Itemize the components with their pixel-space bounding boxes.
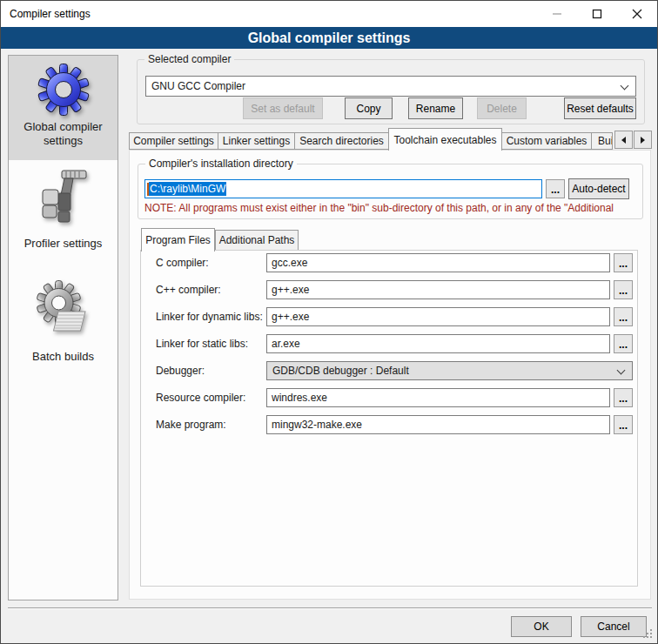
debugger-select[interactable]: GDB/CDB debugger : Default bbox=[266, 361, 633, 380]
auto-detect-button[interactable]: Auto-detect bbox=[568, 178, 629, 199]
maximize-icon bbox=[592, 9, 602, 19]
field-label-debugger: Debugger: bbox=[156, 365, 205, 377]
profiler-caliper-icon bbox=[36, 164, 91, 231]
titlebar: Compiler settings bbox=[1, 1, 657, 27]
browse-directory-button[interactable]: ... bbox=[546, 179, 565, 198]
linker-dynamic-browse-button[interactable]: ... bbox=[614, 307, 633, 326]
reset-defaults-button[interactable]: Reset defaults bbox=[564, 97, 636, 119]
installation-directory-value: C:\raylib\MinGW bbox=[149, 182, 226, 196]
tab-scroll-right-icon bbox=[641, 137, 645, 144]
make-program-input[interactable] bbox=[266, 415, 610, 434]
cpp-compiler-input[interactable] bbox=[266, 280, 610, 299]
tab-additional-paths[interactable]: Additional Paths bbox=[215, 230, 299, 251]
c-compiler-input[interactable] bbox=[266, 253, 610, 272]
sidebar-item-label: Batch builds bbox=[32, 350, 94, 364]
sidebar-item-batch-builds[interactable]: Batch builds bbox=[9, 275, 118, 366]
resource-compiler-browse-button[interactable]: ... bbox=[614, 388, 633, 407]
linker-static-input[interactable] bbox=[266, 334, 610, 353]
blue-gear-icon bbox=[36, 62, 91, 117]
rename-button[interactable]: Rename bbox=[408, 97, 463, 119]
minimize-button[interactable] bbox=[537, 1, 577, 27]
set-as-default-button: Set as default bbox=[243, 97, 323, 119]
field-label-make-program: Make program: bbox=[156, 419, 226, 431]
close-icon bbox=[632, 9, 642, 19]
window-title: Compiler settings bbox=[10, 1, 91, 27]
tab-scroll-left-button[interactable] bbox=[614, 131, 633, 149]
cpp-compiler-browse-button[interactable]: ... bbox=[614, 280, 633, 299]
footer-separator-highlight bbox=[8, 608, 652, 609]
tab-toolchain-executables[interactable]: Toolchain executables bbox=[388, 128, 502, 151]
resource-compiler-input[interactable] bbox=[266, 388, 610, 407]
linker-static-browse-button[interactable]: ... bbox=[614, 334, 633, 353]
make-program-browse-button[interactable]: ... bbox=[614, 415, 633, 434]
selected-compiler-group-label: Selected compiler bbox=[144, 53, 234, 65]
resize-grip[interactable] bbox=[650, 629, 652, 631]
field-label-linker-dynamic: Linker for dynamic libs: bbox=[156, 311, 263, 323]
close-button[interactable] bbox=[617, 1, 657, 27]
minimize-icon bbox=[552, 9, 562, 19]
dialog-header-title: Global compiler settings bbox=[248, 30, 411, 46]
sidebar-item-label: Global compiler settings bbox=[16, 120, 111, 148]
c-compiler-browse-button[interactable]: ... bbox=[614, 253, 633, 272]
dialog-header: Global compiler settings bbox=[1, 27, 657, 49]
field-label-cpp-compiler: C++ compiler: bbox=[156, 284, 221, 296]
chevron-down-icon bbox=[617, 366, 626, 375]
compiler-settings-dialog: Compiler settings Global compiler settin… bbox=[0, 0, 658, 644]
compiler-select-value: GNU GCC Compiler bbox=[151, 80, 245, 92]
sidebar-item-label: Profiler settings bbox=[24, 237, 103, 251]
tab-search-directories[interactable]: Search directories bbox=[294, 132, 389, 150]
tab-custom-variables[interactable]: Custom variables bbox=[501, 132, 592, 150]
linker-dynamic-input[interactable] bbox=[266, 307, 610, 326]
sidebar-item-global-compiler-settings[interactable]: Global compiler settings bbox=[9, 56, 118, 160]
installation-directory-input[interactable]: C:\raylib\MinGW bbox=[144, 179, 542, 198]
tab-scroll-right-button[interactable] bbox=[634, 131, 652, 149]
tab-compiler-settings[interactable]: Compiler settings bbox=[129, 132, 218, 150]
chevron-down-icon bbox=[621, 82, 629, 91]
installation-directory-group-label: Compiler's installation directory bbox=[145, 158, 297, 170]
field-label-resource-compiler: Resource compiler: bbox=[156, 392, 245, 404]
field-label-linker-static: Linker for static libs: bbox=[156, 338, 248, 350]
delete-button: Delete bbox=[477, 97, 527, 119]
debugger-select-value: GDB/CDB debugger : Default bbox=[272, 365, 409, 377]
field-label-c-compiler: C compiler: bbox=[156, 257, 209, 269]
settings-sidebar: Global compiler settings Profiler settin… bbox=[8, 55, 118, 600]
ok-button[interactable]: OK bbox=[511, 616, 572, 637]
note-text: NOTE: All programs must exist either in … bbox=[144, 202, 639, 214]
tab-linker-settings[interactable]: Linker settings bbox=[218, 132, 295, 150]
batch-builds-icon bbox=[36, 278, 91, 343]
tab-program-files[interactable]: Program Files bbox=[141, 228, 215, 252]
tab-build-options-clipped[interactable]: Build options bbox=[591, 132, 613, 150]
sidebar-item-profiler-settings[interactable]: Profiler settings bbox=[9, 162, 118, 258]
copy-button[interactable]: Copy bbox=[345, 97, 393, 119]
compiler-select[interactable]: GNU GCC Compiler bbox=[145, 76, 636, 97]
maximize-button[interactable] bbox=[577, 1, 617, 27]
cancel-button[interactable]: Cancel bbox=[581, 616, 647, 637]
tab-scroll-left-icon bbox=[621, 137, 626, 144]
